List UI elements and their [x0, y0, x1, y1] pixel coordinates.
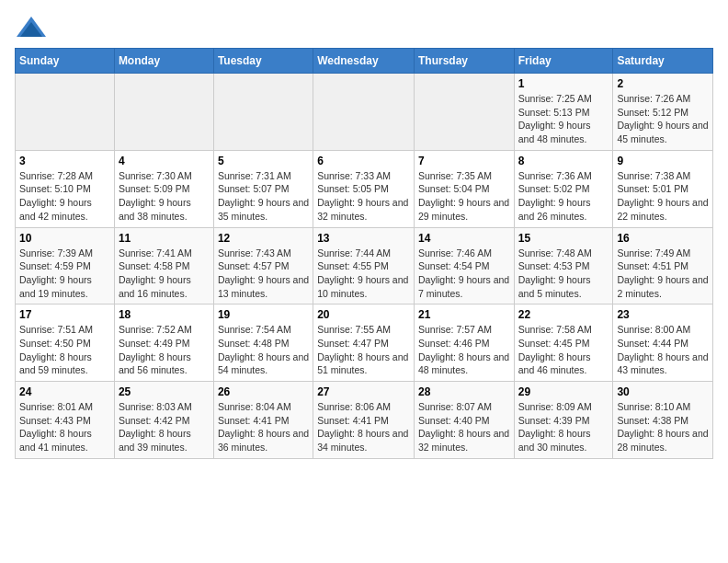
- day-number: 28: [418, 385, 510, 398]
- day-number: 2: [617, 77, 709, 90]
- day-header-friday: Friday: [514, 49, 613, 74]
- page-header: [15, 15, 713, 40]
- day-info: Sunrise: 7:49 AMSunset: 4:51 PMDaylight:…: [617, 247, 709, 301]
- day-info: Sunrise: 7:36 AMSunset: 5:02 PMDaylight:…: [518, 169, 609, 224]
- day-number: 14: [418, 232, 510, 245]
- day-info: Sunrise: 8:00 AMSunset: 4:44 PMDaylight:…: [617, 323, 709, 377]
- day-info: Sunrise: 8:04 AMSunset: 4:41 PMDaylight:…: [218, 400, 309, 454]
- day-info: Sunrise: 7:43 AMSunset: 4:57 PMDaylight:…: [218, 247, 309, 301]
- calendar-cell: 24Sunrise: 8:01 AMSunset: 4:43 PMDayligh…: [16, 382, 115, 459]
- day-number: 17: [19, 308, 110, 321]
- calendar-week-row: 17Sunrise: 7:51 AMSunset: 4:50 PMDayligh…: [16, 304, 713, 382]
- day-info: Sunrise: 7:35 AMSunset: 5:04 PMDaylight:…: [418, 169, 510, 224]
- calendar-cell: 9Sunrise: 7:38 AMSunset: 5:01 PMDaylight…: [613, 150, 713, 227]
- calendar-cell: 26Sunrise: 8:04 AMSunset: 4:41 PMDayligh…: [213, 382, 313, 459]
- calendar-week-row: 24Sunrise: 8:01 AMSunset: 4:43 PMDayligh…: [16, 382, 713, 459]
- calendar-body: 1Sunrise: 7:25 AMSunset: 5:13 PMDaylight…: [16, 74, 713, 459]
- day-number: 3: [19, 155, 110, 167]
- day-info: Sunrise: 7:55 AMSunset: 4:47 PMDaylight:…: [317, 323, 410, 377]
- calendar-cell: [414, 74, 514, 151]
- day-number: 27: [317, 385, 410, 398]
- calendar-cell: 14Sunrise: 7:46 AMSunset: 4:54 PMDayligh…: [414, 227, 514, 304]
- calendar-cell: 23Sunrise: 8:00 AMSunset: 4:44 PMDayligh…: [613, 304, 713, 382]
- day-number: 11: [119, 232, 210, 245]
- day-number: 26: [218, 385, 309, 398]
- day-number: 24: [19, 385, 110, 398]
- day-info: Sunrise: 7:41 AMSunset: 4:58 PMDaylight:…: [119, 247, 210, 301]
- day-info: Sunrise: 7:25 AMSunset: 5:13 PMDaylight:…: [518, 92, 609, 146]
- day-info: Sunrise: 7:48 AMSunset: 4:53 PMDaylight:…: [518, 247, 609, 301]
- day-info: Sunrise: 8:07 AMSunset: 4:40 PMDaylight:…: [418, 400, 510, 454]
- calendar-cell: [313, 74, 415, 151]
- calendar-cell: 15Sunrise: 7:48 AMSunset: 4:53 PMDayligh…: [514, 227, 613, 304]
- calendar-cell: [114, 74, 213, 151]
- day-number: 9: [617, 155, 709, 167]
- calendar-cell: 16Sunrise: 7:49 AMSunset: 4:51 PMDayligh…: [613, 227, 713, 304]
- day-number: 13: [317, 232, 410, 245]
- calendar-cell: 27Sunrise: 8:06 AMSunset: 4:41 PMDayligh…: [313, 382, 415, 459]
- calendar-cell: 3Sunrise: 7:28 AMSunset: 5:10 PMDaylight…: [16, 150, 115, 227]
- calendar-cell: [213, 74, 313, 151]
- calendar-cell: 7Sunrise: 7:35 AMSunset: 5:04 PMDaylight…: [414, 150, 514, 227]
- calendar-cell: 12Sunrise: 7:43 AMSunset: 4:57 PMDayligh…: [213, 227, 313, 304]
- calendar-cell: 1Sunrise: 7:25 AMSunset: 5:13 PMDaylight…: [514, 74, 613, 151]
- calendar-cell: 22Sunrise: 7:58 AMSunset: 4:45 PMDayligh…: [514, 304, 613, 382]
- day-info: Sunrise: 7:33 AMSunset: 5:05 PMDaylight:…: [317, 169, 410, 224]
- day-info: Sunrise: 8:10 AMSunset: 4:38 PMDaylight:…: [617, 400, 709, 454]
- calendar-cell: 21Sunrise: 7:57 AMSunset: 4:46 PMDayligh…: [414, 304, 514, 382]
- day-header-saturday: Saturday: [613, 49, 713, 74]
- calendar-cell: 25Sunrise: 8:03 AMSunset: 4:42 PMDayligh…: [114, 382, 213, 459]
- day-info: Sunrise: 7:44 AMSunset: 4:55 PMDaylight:…: [317, 247, 410, 301]
- day-number: 21: [418, 308, 510, 321]
- day-number: 8: [518, 155, 609, 167]
- logo-icon: [15, 15, 48, 40]
- calendar-cell: 10Sunrise: 7:39 AMSunset: 4:59 PMDayligh…: [16, 227, 115, 304]
- day-info: Sunrise: 8:03 AMSunset: 4:42 PMDaylight:…: [119, 400, 210, 454]
- day-number: 4: [119, 155, 210, 167]
- calendar-cell: 20Sunrise: 7:55 AMSunset: 4:47 PMDayligh…: [313, 304, 415, 382]
- day-header-thursday: Thursday: [414, 49, 514, 74]
- calendar-cell: [16, 74, 115, 151]
- day-number: 15: [518, 232, 609, 245]
- calendar-cell: 11Sunrise: 7:41 AMSunset: 4:58 PMDayligh…: [114, 227, 213, 304]
- day-info: Sunrise: 7:54 AMSunset: 4:48 PMDaylight:…: [218, 323, 309, 377]
- calendar-table: SundayMondayTuesdayWednesdayThursdayFrid…: [15, 48, 713, 459]
- calendar-cell: 17Sunrise: 7:51 AMSunset: 4:50 PMDayligh…: [16, 304, 115, 382]
- day-info: Sunrise: 7:52 AMSunset: 4:49 PMDaylight:…: [119, 323, 210, 377]
- logo: [15, 15, 51, 40]
- day-header-tuesday: Tuesday: [213, 49, 313, 74]
- day-info: Sunrise: 8:06 AMSunset: 4:41 PMDaylight:…: [317, 400, 410, 454]
- day-number: 25: [119, 385, 210, 398]
- calendar-cell: 18Sunrise: 7:52 AMSunset: 4:49 PMDayligh…: [114, 304, 213, 382]
- day-number: 12: [218, 232, 309, 245]
- calendar-cell: 6Sunrise: 7:33 AMSunset: 5:05 PMDaylight…: [313, 150, 415, 227]
- day-number: 20: [317, 308, 410, 321]
- day-number: 30: [617, 385, 709, 398]
- calendar-cell: 30Sunrise: 8:10 AMSunset: 4:38 PMDayligh…: [613, 382, 713, 459]
- calendar-week-row: 10Sunrise: 7:39 AMSunset: 4:59 PMDayligh…: [16, 227, 713, 304]
- day-number: 19: [218, 308, 309, 321]
- day-number: 23: [617, 308, 709, 321]
- day-header-monday: Monday: [114, 49, 213, 74]
- day-number: 18: [119, 308, 210, 321]
- calendar-cell: 5Sunrise: 7:31 AMSunset: 5:07 PMDaylight…: [213, 150, 313, 227]
- calendar-cell: 13Sunrise: 7:44 AMSunset: 4:55 PMDayligh…: [313, 227, 415, 304]
- day-header-wednesday: Wednesday: [313, 49, 415, 74]
- day-number: 1: [518, 77, 609, 90]
- day-number: 16: [617, 232, 709, 245]
- day-header-sunday: Sunday: [16, 49, 115, 74]
- day-number: 22: [518, 308, 609, 321]
- calendar-week-row: 1Sunrise: 7:25 AMSunset: 5:13 PMDaylight…: [16, 74, 713, 151]
- calendar-cell: 8Sunrise: 7:36 AMSunset: 5:02 PMDaylight…: [514, 150, 613, 227]
- day-info: Sunrise: 7:57 AMSunset: 4:46 PMDaylight:…: [418, 323, 510, 377]
- calendar-cell: 4Sunrise: 7:30 AMSunset: 5:09 PMDaylight…: [114, 150, 213, 227]
- calendar-cell: 28Sunrise: 8:07 AMSunset: 4:40 PMDayligh…: [414, 382, 514, 459]
- day-number: 29: [518, 385, 609, 398]
- day-info: Sunrise: 7:51 AMSunset: 4:50 PMDaylight:…: [19, 323, 110, 377]
- day-info: Sunrise: 7:38 AMSunset: 5:01 PMDaylight:…: [617, 169, 709, 224]
- calendar-header-row: SundayMondayTuesdayWednesdayThursdayFrid…: [16, 49, 713, 74]
- calendar-cell: 19Sunrise: 7:54 AMSunset: 4:48 PMDayligh…: [213, 304, 313, 382]
- calendar-cell: 29Sunrise: 8:09 AMSunset: 4:39 PMDayligh…: [514, 382, 613, 459]
- day-number: 10: [19, 232, 110, 245]
- day-info: Sunrise: 7:31 AMSunset: 5:07 PMDaylight:…: [218, 169, 309, 224]
